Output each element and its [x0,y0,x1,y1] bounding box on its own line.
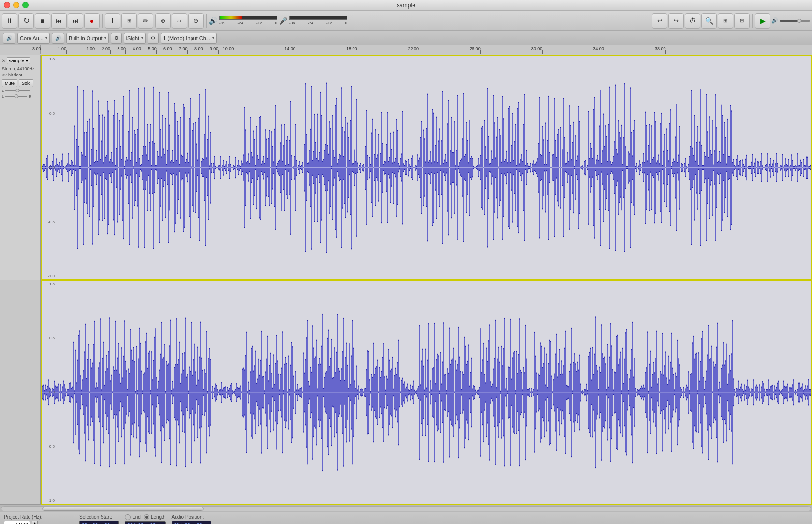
track-header: ✕ sample ▾ [2,57,38,64]
undo-icon: ↩ [657,17,662,24]
pan-slider[interactable] [5,96,27,97]
channel-dropdown[interactable]: 1 (Mono) Input Ch... ▾ [161,33,217,44]
speaker2-icon: 🔊 [6,35,12,41]
loop-button[interactable]: ↻ [18,13,34,29]
timeline-ruler[interactable]: -3:00-1:001:002:003:004:005:006:007:008:… [0,45,812,55]
end-length-radio: End Length [125,514,165,520]
horizontal-scrollbar[interactable] [0,505,812,512]
end-radio[interactable] [125,514,131,520]
audio-position-group: Audio Position: 00 h 00 m 00 s ▾ [172,514,211,524]
audio-position-label: Audio Position: [172,514,211,520]
length-radio-selected [145,516,148,519]
output-settings-button[interactable]: ⚙ [111,33,122,44]
pause-icon: ⏸ [6,17,13,25]
mute-button[interactable]: Mute [2,79,17,87]
input-arrow: ▾ [141,36,143,40]
zoom-in-icon: ⊕ [161,17,165,24]
track-dropdown-arrow: ▾ [26,58,28,63]
selection-start-group: Selection Start: 00 h 00 m 00 s ▾ [79,514,119,524]
multi-icon: ⊞ [127,18,131,23]
play-button[interactable]: ▶ [755,13,770,29]
project-rate-field[interactable]: 44100 [4,521,30,524]
waveform-area: 1.0 0.5 0.0 -0.5 -1.0 1.0 0.5 0.0 -0.5 -… [41,55,812,505]
channel-value: 1 (Mono) Input Ch... [163,35,210,41]
close-button[interactable] [4,2,10,8]
stop-button[interactable]: ■ [35,13,50,29]
pause-button[interactable]: ⏸ [2,13,17,29]
speaker-monitor-icon: 🔊 [3,33,15,44]
rate-up-button[interactable]: ▲ [32,521,38,524]
status-bar: Project Rate (Hz): 44100 ▲ ▼ Snap To Sel… [0,512,812,524]
length-radio-label[interactable]: Length [144,514,166,520]
scrollbar-track[interactable] [1,506,811,511]
skip-back-button[interactable]: ⏮ [51,13,67,29]
scrollbar-thumb[interactable] [42,507,204,511]
minimize-button[interactable] [13,2,19,8]
toolbar-row1: ⏸ ↻ ■ ⏮ ⏭ ● I ⊞ ✏ ⊕ [0,11,812,31]
gain-row: L [2,89,38,93]
track-name: sample [9,58,24,63]
separator3 [350,14,350,28]
project-rate-label: Project Rate (Hz): [4,514,42,520]
input-device-dropdown[interactable]: iSight ▾ [124,33,146,44]
length-field[interactable]: 00 h 00 m 00 s ▾ [125,521,165,524]
redo-button[interactable]: ↪ [668,13,684,29]
undo-button[interactable]: ↩ [652,13,667,29]
skip-forward-button[interactable]: ⏭ [68,13,83,29]
waveform-track-lower[interactable]: 1.0 0.5 0.0 -0.5 -1.0 [41,280,812,505]
in-db-label-36: -36 [289,21,295,25]
monitor-group: 🔊 -36 -24 -12 0 🎤 -36 -24 -12 0 [209,16,347,25]
transport-controls: ⏸ ↻ ■ ⏮ ⏭ ● [2,13,100,29]
toolbar-row2: 🔊 Core Au... ▾ 🔊 Built-in Output ▾ ⚙ iSi… [0,31,812,45]
project-rate-value: 44100 [15,523,29,524]
zoom-in-button[interactable]: ⊕ [155,13,171,29]
input-device-value: iSight [126,35,140,41]
zoom-fit-button[interactable]: 🔍 [701,13,717,29]
move-button[interactable]: ↔ [172,13,187,29]
selection-start-field[interactable]: 00 h 00 m 00 s ▾ [79,521,119,524]
output-arrow: ▾ [104,36,106,40]
select-tool-button[interactable]: I [105,13,120,29]
zoom-out-button[interactable]: ⊖ [188,13,204,29]
audio-host-dropdown[interactable]: Core Au... ▾ [17,33,50,44]
pan-thumb [15,94,18,98]
separator2 [206,14,207,28]
input-settings-button[interactable]: ⚙ [148,33,159,44]
audio-position-field[interactable]: 00 h 00 m 00 s ▾ [172,521,211,524]
track-name-dropdown[interactable]: sample ▾ [7,57,30,64]
track-info-lower [0,280,40,505]
zoom-track-button[interactable]: ⊞ [718,13,733,29]
db-label-36: -36 [219,21,225,25]
track-panel: ✕ sample ▾ Stereo, 44100Hz 32-bit float … [0,55,41,505]
output-device-value: Built-in Output [69,35,103,41]
pan-row: L R [2,94,38,99]
rate-stepper[interactable]: ▲ ▼ [32,521,38,524]
waveform-canvas-lower [42,281,811,504]
cursor-line-upper [100,56,100,279]
record-button[interactable]: ● [84,13,100,29]
solo-button[interactable]: Solo [19,79,33,87]
gain-slider[interactable] [5,90,30,91]
draw-tool-button[interactable]: ✏ [138,13,153,29]
track-close-button[interactable]: ✕ [2,58,6,63]
length-radio[interactable] [144,514,149,520]
timer-button[interactable]: ⏱ [685,13,700,29]
play-icon: ▶ [760,17,766,25]
record-icon: ● [90,17,94,25]
draw-icon: ✏ [143,17,148,25]
redo-icon: ↪ [674,17,679,24]
db-label-24: -24 [238,21,244,25]
length-label: Length [151,514,166,520]
zoom-sel-button[interactable]: ⊟ [734,13,750,29]
channel-arrow: ▾ [212,36,214,40]
end-radio-label[interactable]: End [125,514,141,520]
multi-tool-button[interactable]: ⊞ [121,13,137,29]
waveform-track-upper[interactable]: 1.0 0.5 0.0 -0.5 -1.0 [41,55,812,280]
audio-host-arrow: ▾ [45,36,47,40]
sep4 [752,14,753,28]
output-device-dropdown[interactable]: Built-in Output ▾ [66,33,109,44]
loop-icon: ↻ [23,16,30,25]
window-controls [4,2,29,8]
snap-to-group: Snap To [48,514,74,524]
maximize-button[interactable] [22,2,29,8]
